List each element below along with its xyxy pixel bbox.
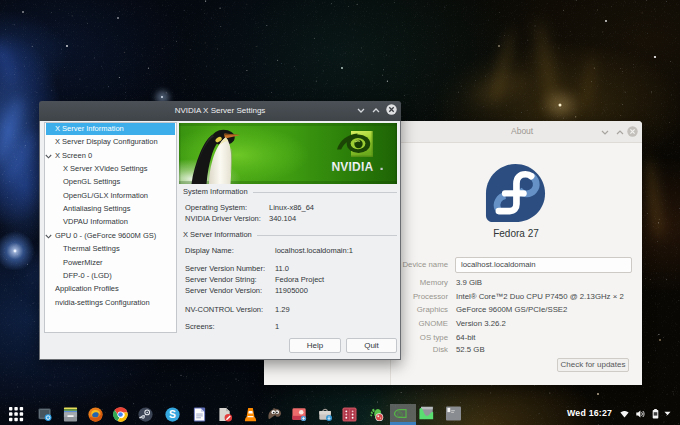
svg-text:NVIDIA: NVIDIA — [332, 160, 374, 174]
svg-text:S: S — [169, 409, 176, 420]
